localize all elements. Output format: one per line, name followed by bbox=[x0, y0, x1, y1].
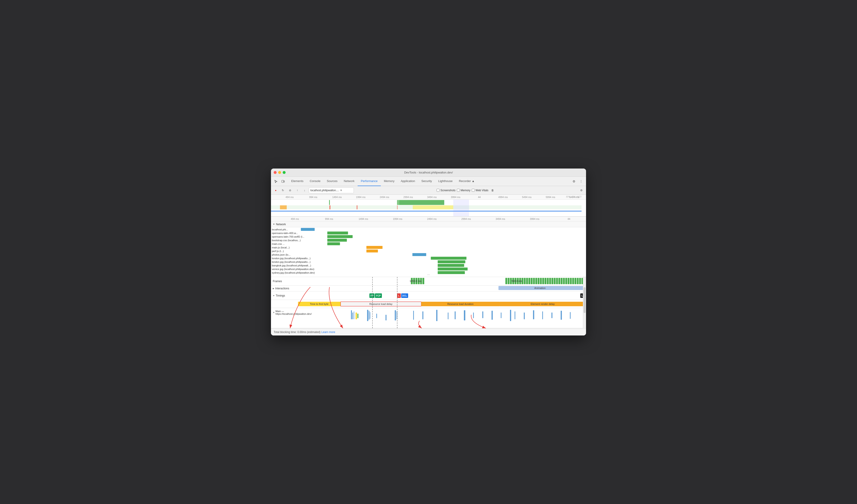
svg-text:Time to first byte: Time to first byte bbox=[310, 303, 329, 305]
scrollbar[interactable] bbox=[583, 277, 586, 328]
network-triangle[interactable]: ▼ bbox=[273, 223, 275, 225]
svg-rect-57 bbox=[533, 278, 535, 284]
timings-svg: FP FCP L DCL LCP bbox=[298, 291, 586, 300]
svg-rect-68 bbox=[558, 278, 560, 284]
svg-rect-124 bbox=[501, 313, 501, 318]
trash-icon[interactable]: 🗑 bbox=[490, 187, 495, 193]
svg-rect-26 bbox=[366, 250, 378, 252]
network-svg: localhost.phi... opensans-latin-400.w...… bbox=[271, 227, 586, 277]
svg-rect-105 bbox=[354, 312, 354, 319]
svg-rect-46 bbox=[508, 278, 509, 284]
svg-rect-24 bbox=[366, 246, 383, 249]
maximize-button[interactable] bbox=[283, 171, 286, 174]
svg-rect-111 bbox=[395, 310, 396, 320]
svg-rect-45 bbox=[505, 278, 507, 284]
close-button[interactable] bbox=[274, 171, 276, 174]
timings-triangle[interactable]: ▼ bbox=[273, 295, 275, 297]
ruler-5994: 5994 ms bbox=[539, 196, 562, 199]
memory-checkbox[interactable]: Memory bbox=[457, 189, 470, 192]
download-button[interactable]: ↓ bbox=[302, 187, 307, 193]
tab-recorder[interactable]: Recorder ▲ bbox=[456, 177, 478, 186]
svg-text:FP: FP bbox=[370, 295, 373, 297]
svg-rect-77 bbox=[579, 278, 581, 284]
svg-text:L: L bbox=[398, 295, 400, 297]
record-button[interactable]: ● bbox=[273, 187, 279, 193]
svg-rect-104 bbox=[352, 313, 353, 319]
tab-sources[interactable]: Sources bbox=[324, 177, 341, 186]
svg-rect-7 bbox=[330, 205, 330, 209]
svg-rect-18 bbox=[327, 235, 352, 238]
tab-security[interactable]: Security bbox=[418, 177, 435, 186]
svg-rect-6 bbox=[280, 205, 287, 209]
network-header[interactable]: ▼ Network bbox=[271, 221, 586, 227]
svg-rect-117 bbox=[436, 310, 437, 321]
svg-rect-62 bbox=[544, 278, 547, 284]
svg-rect-69 bbox=[560, 278, 562, 284]
svg-text:london.jpg (localhost.philipwa: london.jpg (localhost.philipwalto...) bbox=[272, 261, 310, 263]
svg-rect-3 bbox=[399, 200, 444, 205]
minimize-button[interactable] bbox=[278, 171, 281, 174]
svg-text:bootstrap.css (localhos...): bootstrap.css (localhos...) bbox=[272, 239, 301, 242]
lcr-content: Time to first byte Resource load delay R… bbox=[298, 300, 586, 308]
webvitals-checkbox[interactable]: Web Vitals bbox=[472, 189, 488, 192]
upload-button[interactable]: ↑ bbox=[295, 187, 300, 193]
interactions-label[interactable]: ▶ Interactions bbox=[271, 287, 298, 290]
main-toolbar: Elements Console Sources Network Perform… bbox=[271, 177, 586, 186]
svg-rect-122 bbox=[482, 312, 483, 318]
timings-text: Timings bbox=[276, 294, 285, 297]
tab-lighthouse[interactable]: Lighthouse bbox=[435, 177, 456, 186]
svg-rect-20 bbox=[327, 239, 347, 242]
ruler-labels: 494 ms 994 ms 1494 ms 1994 ms 2494 ms 29… bbox=[271, 196, 586, 199]
ruler-44: 44 bbox=[467, 196, 491, 199]
timings-label[interactable]: ▼ Timings bbox=[271, 294, 298, 297]
svg-rect-132 bbox=[570, 312, 571, 319]
devtools-window: DevTools - localhost.philipwalton.dev/ E… bbox=[271, 169, 586, 335]
interactions-triangle[interactable]: ▶ bbox=[273, 287, 274, 289]
svg-rect-10 bbox=[413, 205, 453, 209]
more-icon[interactable]: ⋮ bbox=[578, 178, 584, 185]
interactions-row: ▶ Interactions Animation bbox=[271, 286, 586, 291]
svg-rect-115 bbox=[413, 311, 414, 320]
device-icon[interactable] bbox=[280, 178, 286, 185]
svg-rect-12 bbox=[453, 200, 469, 216]
svg-rect-114 bbox=[357, 314, 358, 318]
svg-rect-30 bbox=[431, 257, 466, 259]
main-triangle[interactable]: ▼ bbox=[273, 312, 275, 314]
svg-text:Element render delay: Element render delay bbox=[531, 303, 555, 305]
stop-button[interactable]: ⊘ bbox=[287, 187, 293, 193]
url-display: localhost.philipwalton.... ▼ bbox=[309, 187, 354, 193]
svg-rect-8 bbox=[356, 205, 358, 209]
svg-rect-34 bbox=[438, 264, 464, 267]
ruler-2994: 2994 ms bbox=[396, 196, 420, 199]
tab-memory[interactable]: Memory bbox=[381, 177, 398, 186]
ruler-1994: 1994 ms bbox=[349, 196, 372, 199]
interactions-svg: Animation bbox=[298, 285, 586, 291]
main-content bbox=[298, 308, 586, 328]
svg-text:photos.json (lo...: photos.json (lo... bbox=[272, 253, 290, 256]
learn-more-link[interactable]: Learn more bbox=[321, 331, 335, 334]
tab-performance[interactable]: Performance bbox=[358, 177, 381, 186]
tab-application[interactable]: Application bbox=[398, 177, 418, 186]
overview-charts[interactable] bbox=[271, 200, 586, 216]
tab-elements[interactable]: Elements bbox=[288, 177, 306, 186]
svg-rect-123 bbox=[491, 311, 493, 320]
reload-button[interactable]: ↻ bbox=[280, 187, 286, 193]
scrollbar-thumb[interactable] bbox=[584, 287, 586, 313]
interactions-content: Animation bbox=[298, 285, 586, 292]
tab-network[interactable]: Network bbox=[341, 177, 358, 186]
svg-rect-9 bbox=[397, 205, 398, 209]
svg-text:DCL: DCL bbox=[402, 295, 407, 297]
svg-rect-61 bbox=[542, 278, 544, 284]
perf-settings-icon[interactable]: ⚙ bbox=[578, 187, 584, 193]
frames-content: 1050.0 ms 500.0 ms bbox=[298, 277, 586, 285]
cursor-icon[interactable] bbox=[273, 178, 279, 185]
svg-rect-38 bbox=[438, 271, 465, 274]
svg-rect-109 bbox=[376, 314, 377, 318]
settings-icon[interactable]: ⚙ bbox=[571, 178, 577, 185]
svg-rect-58 bbox=[535, 278, 537, 284]
screenshots-checkbox[interactable]: Screenshots bbox=[437, 189, 455, 192]
svg-rect-71 bbox=[565, 278, 567, 284]
dropdown-arrow[interactable]: ▼ bbox=[340, 189, 342, 192]
net-label: NET bbox=[577, 196, 582, 198]
tab-console[interactable]: Console bbox=[306, 177, 324, 186]
